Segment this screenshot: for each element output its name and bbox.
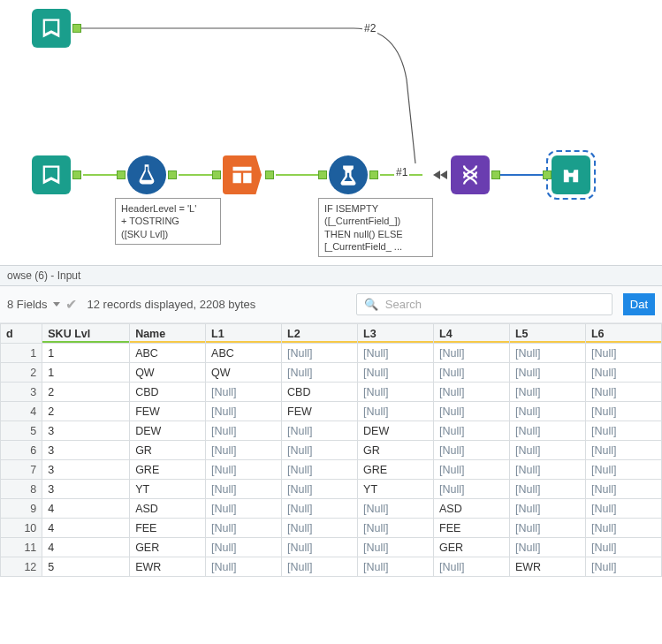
cell-name[interactable]: GR (130, 441, 206, 460)
cell-L5[interactable]: [Null] (509, 363, 585, 383)
cell-L6[interactable]: [Null] (585, 363, 661, 383)
cell-L6[interactable]: [Null] (585, 519, 661, 538)
table-row[interactable]: 53DEW[Null][Null]DEW[Null][Null][Null] (1, 421, 662, 441)
cell-L4[interactable]: [Null] (434, 460, 510, 480)
table-row[interactable]: 125EWR[Null][Null][Null][Null]EWR[Null] (1, 557, 662, 577)
cell-L3[interactable]: YT (358, 480, 434, 499)
cell-L6[interactable]: [Null] (585, 421, 661, 441)
cell-sku[interactable]: 1 (42, 363, 130, 383)
cell-L6[interactable]: [Null] (585, 383, 661, 402)
cell-L6[interactable]: [Null] (585, 344, 661, 363)
cell-L2[interactable]: [Null] (282, 421, 358, 441)
cell-L2[interactable]: [Null] (282, 460, 358, 480)
multi-field-formula-tool[interactable] (329, 155, 368, 194)
cell-L1[interactable]: [Null] (206, 480, 282, 499)
cell-L1[interactable]: [Null] (206, 421, 282, 441)
cell-L2[interactable]: [Null] (282, 344, 358, 363)
input-data-tool[interactable] (32, 155, 71, 194)
table-row[interactable]: 83YT[Null][Null]YT[Null][Null][Null] (1, 480, 662, 499)
cell-L4[interactable]: [Null] (434, 402, 510, 421)
input-port[interactable] (117, 170, 126, 179)
cell-sku[interactable]: 5 (42, 557, 130, 577)
cell-L5[interactable]: [Null] (509, 499, 585, 519)
cell-sku[interactable]: 3 (42, 460, 130, 480)
table-row[interactable]: 11ABCABC[Null][Null][Null][Null][Null] (1, 344, 662, 363)
cell-L4[interactable]: [Null] (434, 363, 510, 383)
cell-L5[interactable]: [Null] (509, 538, 585, 557)
cell-L2[interactable]: CBD (282, 383, 358, 402)
cell-sku[interactable]: 1 (42, 344, 130, 363)
input-port[interactable] (543, 170, 552, 179)
cell-sku[interactable]: 4 (42, 499, 130, 519)
cell-L3[interactable]: DEW (358, 421, 434, 441)
table-row[interactable]: 73GRE[Null][Null]GRE[Null][Null][Null] (1, 460, 662, 480)
input-port[interactable] (212, 170, 221, 179)
cell-L3[interactable]: [Null] (358, 363, 434, 383)
search-box[interactable]: 🔍 (356, 293, 613, 315)
cell-L6[interactable]: [Null] (585, 499, 661, 519)
cell-L1[interactable]: [Null] (206, 402, 282, 421)
browse-tool[interactable] (552, 155, 590, 194)
cell-L6[interactable]: [Null] (585, 538, 661, 557)
output-port[interactable] (369, 170, 378, 179)
output-port[interactable] (491, 170, 500, 179)
data-button[interactable]: Dat (623, 293, 655, 315)
cell-sku[interactable]: 4 (42, 519, 130, 538)
cell-L2[interactable]: [Null] (282, 441, 358, 460)
cell-L1[interactable]: [Null] (206, 383, 282, 402)
cell-name[interactable]: DEW (130, 421, 206, 441)
input-data-tool-top[interactable] (32, 9, 71, 48)
cell-L6[interactable]: [Null] (585, 557, 661, 577)
cell-L3[interactable]: GRE (358, 460, 434, 480)
cell-L5[interactable]: [Null] (509, 421, 585, 441)
cell-L4[interactable]: GER (434, 538, 510, 557)
cell-L3[interactable]: [Null] (358, 344, 434, 363)
output-port[interactable] (168, 170, 177, 179)
results-grid[interactable]: dSKU LvlNameL1L2L3L4L5L6 11ABCABC[Null][… (0, 323, 662, 577)
cell-L5[interactable]: [Null] (509, 344, 585, 363)
cell-L5[interactable]: [Null] (509, 402, 585, 421)
cell-L3[interactable]: [Null] (358, 519, 434, 538)
cell-L2[interactable]: [Null] (282, 538, 358, 557)
cell-L2[interactable]: [Null] (282, 519, 358, 538)
cell-sku[interactable]: 3 (42, 421, 130, 441)
column-header-rownum[interactable]: d (1, 324, 42, 344)
cell-L1[interactable]: [Null] (206, 441, 282, 460)
cell-sku[interactable]: 3 (42, 480, 130, 499)
cell-name[interactable]: GRE (130, 460, 206, 480)
formula-tool[interactable] (127, 155, 166, 194)
cell-L6[interactable]: [Null] (585, 441, 661, 460)
cell-L2[interactable]: [Null] (282, 499, 358, 519)
column-header-sku[interactable]: SKU Lvl (42, 324, 130, 344)
cell-name[interactable]: GER (130, 538, 206, 557)
cell-L1[interactable]: [Null] (206, 538, 282, 557)
cell-L2[interactable]: [Null] (282, 363, 358, 383)
cell-L1[interactable]: ABC (206, 344, 282, 363)
cell-sku[interactable]: 2 (42, 383, 130, 402)
formula-annotation[interactable]: HeaderLevel = 'L' + TOSTRING ([SKU Lvl]) (115, 198, 221, 245)
cell-L4[interactable]: [Null] (434, 421, 510, 441)
cell-L1[interactable]: [Null] (206, 519, 282, 538)
cell-name[interactable]: FEE (130, 519, 206, 538)
workflow-canvas[interactable]: #1 #2 HeaderLevel = 'L' + TOSTRING ([SKU… (0, 0, 662, 265)
fields-dropdown[interactable]: 8 Fields ✔ (7, 296, 77, 313)
cell-sku[interactable]: 3 (42, 441, 130, 460)
cell-sku[interactable]: 4 (42, 538, 130, 557)
cell-L4[interactable]: ASD (434, 499, 510, 519)
table-row[interactable]: 63GR[Null][Null]GR[Null][Null][Null] (1, 441, 662, 460)
cell-L3[interactable]: [Null] (358, 499, 434, 519)
cell-L3[interactable]: [Null] (358, 383, 434, 402)
cell-name[interactable]: ASD (130, 499, 206, 519)
column-header-L1[interactable]: L1 (206, 324, 282, 344)
cell-sku[interactable]: 2 (42, 402, 130, 421)
cell-L5[interactable]: [Null] (509, 519, 585, 538)
cell-L5[interactable]: [Null] (509, 441, 585, 460)
cell-L2[interactable]: [Null] (282, 557, 358, 577)
crosstab-tool[interactable] (223, 155, 262, 194)
table-row[interactable]: 114GER[Null][Null][Null]GER[Null][Null] (1, 538, 662, 557)
column-header-L4[interactable]: L4 (434, 324, 510, 344)
cell-L4[interactable]: [Null] (434, 557, 510, 577)
cell-L1[interactable]: [Null] (206, 499, 282, 519)
input-port[interactable] (318, 170, 327, 179)
cell-name[interactable]: FEW (130, 402, 206, 421)
